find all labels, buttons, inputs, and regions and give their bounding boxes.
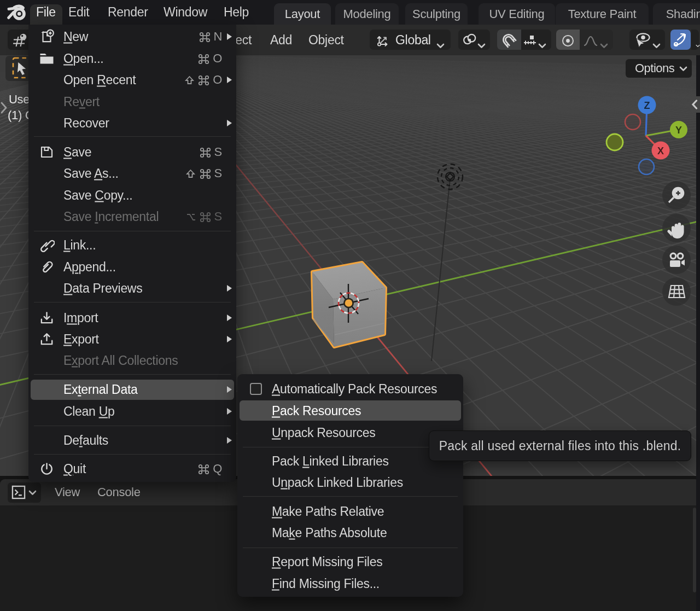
svg-text:X: X	[657, 146, 664, 156]
svg-text:Z: Z	[644, 100, 650, 111]
svg-text:Y: Y	[675, 125, 682, 136]
